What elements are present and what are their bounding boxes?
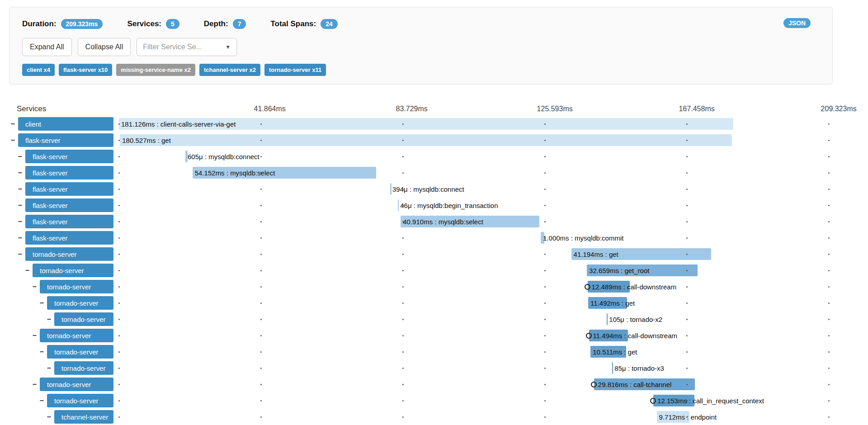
- span-row-left: –tornado-server: [11, 295, 113, 311]
- gridline-dot: [544, 254, 546, 255]
- time-tick-label: 41.864ms: [254, 102, 286, 116]
- collapse-toggle[interactable]: –: [33, 381, 37, 388]
- collapse-toggle[interactable]: –: [18, 169, 22, 176]
- span-label-text: 1.000ms : mysqldb:commit: [543, 234, 623, 242]
- span-row-left: –flask-server: [11, 148, 113, 165]
- gridline-dot: [544, 156, 546, 157]
- caret-down-icon: ▼: [225, 38, 231, 56]
- span-row: –tornado-server11.494ms : call-downstrea…: [11, 327, 864, 344]
- collapse-toggle[interactable]: –: [33, 332, 37, 339]
- gridline-dot: [544, 221, 546, 222]
- span-label-text: 85μ : tornado-x3: [614, 364, 664, 372]
- collapse-toggle[interactable]: –: [40, 299, 44, 307]
- collapse-all-button[interactable]: Collapse All: [78, 38, 131, 56]
- span-row-left: –tornado-server: [11, 262, 113, 279]
- row-track: 11.492ms : get: [113, 295, 864, 311]
- service-name-box[interactable]: tornado-server: [54, 312, 113, 326]
- gridline-dot: [544, 319, 546, 320]
- gridline-dot: [828, 351, 830, 353]
- service-name-box[interactable]: tornado-server: [40, 378, 113, 391]
- gridline-dot: [402, 270, 404, 271]
- stat-label: Total Spans:: [270, 19, 316, 28]
- gridline-dot: [828, 172, 830, 174]
- filter-service-select[interactable]: Filter Service Se... ▼: [137, 38, 237, 56]
- service-name-box[interactable]: flask-server: [25, 198, 113, 212]
- service-name-box[interactable]: flask-server: [25, 150, 113, 163]
- gridline-dot: [828, 205, 830, 206]
- collapse-toggle[interactable]: –: [18, 218, 22, 225]
- gridline-dot: [118, 172, 120, 174]
- collapse-toggle[interactable]: –: [47, 413, 51, 420]
- row-plot: 41.194ms : get: [119, 246, 829, 262]
- service-name-box[interactable]: tornado-server: [47, 394, 113, 407]
- gridline-dot: [118, 189, 120, 190]
- service-name-box[interactable]: flask-server: [25, 166, 113, 179]
- gridline-dot: [544, 384, 546, 385]
- collapse-toggle[interactable]: –: [47, 316, 51, 323]
- span-label-text: 46μ : mysqldb:begin_transaction: [400, 202, 498, 209]
- gridline-dot: [686, 286, 688, 288]
- span-row: –client181.126ms : client-calls-server-v…: [11, 116, 864, 132]
- gridline-dot: [402, 123, 404, 125]
- collapse-toggle[interactable]: –: [18, 234, 22, 241]
- span-label: 105μ : tornado-x2: [607, 311, 662, 327]
- row-track: 85μ : tornado-x3: [113, 360, 864, 376]
- span-label-text: 40.910ms : mysqldb:select: [403, 218, 483, 226]
- span-row-left: –flask-server: [11, 197, 113, 213]
- span-label-text: 9.712ms : endpoint: [659, 413, 717, 421]
- span-row: –tornado-server12.489ms : call-downstrea…: [11, 279, 864, 295]
- service-name-box[interactable]: flask-server: [25, 215, 113, 228]
- span-row: –flask-server605μ : mysqldb:connect: [11, 148, 864, 165]
- service-name-box[interactable]: tornado-server: [25, 247, 113, 261]
- service-name-box[interactable]: client: [18, 117, 113, 131]
- collapse-toggle[interactable]: –: [18, 250, 22, 258]
- service-name-box[interactable]: tornado-server: [40, 329, 113, 342]
- collapse-toggle[interactable]: –: [18, 153, 22, 160]
- span-row-left: –tornado-server: [11, 311, 113, 327]
- service-name-box[interactable]: tornado-server: [47, 345, 113, 359]
- expand-all-button[interactable]: Expand All: [22, 38, 72, 56]
- service-name-box[interactable]: tornado-server: [47, 296, 113, 310]
- row-track: 181.126ms : client-calls-server-via-get: [113, 116, 864, 132]
- row-plot: 46μ : mysqldb:begin_transaction: [119, 197, 829, 213]
- gridline-dot: [828, 416, 830, 418]
- gridline-dot: [260, 156, 262, 157]
- row-track: 10.511ms : get: [113, 344, 864, 360]
- gridline-dot: [260, 302, 262, 304]
- collapse-toggle[interactable]: –: [33, 283, 37, 290]
- span-label: 54.152ms : mysqldb:select: [193, 165, 275, 181]
- service-name-box[interactable]: tornado-server: [54, 361, 113, 375]
- service-name-box[interactable]: flask-server: [18, 133, 113, 147]
- collapse-toggle[interactable]: –: [11, 137, 15, 144]
- row-plot: 40.910ms : mysqldb:select: [119, 213, 829, 230]
- span-label-text: 11.492ms : get: [590, 299, 635, 307]
- collapse-toggle[interactable]: –: [40, 348, 44, 355]
- collapse-toggle[interactable]: –: [18, 202, 22, 209]
- collapse-toggle[interactable]: –: [11, 120, 15, 128]
- span-label: 9.712ms : endpoint: [657, 409, 717, 425]
- span-row-left: –flask-server: [11, 230, 113, 246]
- span-row: –flask-server40.910ms : mysqldb:select: [11, 213, 864, 230]
- gridline-dot: [828, 156, 830, 157]
- trace-timeline: Services 41.864ms83.729ms125.593ms167.45…: [11, 102, 864, 425]
- span-row-left: –flask-server: [11, 181, 113, 197]
- service-name-box[interactable]: tornado-server: [33, 264, 113, 277]
- span-bar[interactable]: [120, 134, 732, 146]
- service-name-box[interactable]: tornado-server: [40, 280, 113, 293]
- collapse-toggle[interactable]: –: [25, 267, 29, 274]
- filter-service-placeholder: Filter Service Se...: [143, 38, 202, 56]
- service-name-box[interactable]: tchannel-server: [54, 410, 113, 424]
- collapse-toggle[interactable]: –: [40, 397, 44, 404]
- collapse-toggle[interactable]: –: [18, 185, 22, 193]
- trace-summary-card: Duration:209.323msServices:5Depth:7Total…: [9, 7, 833, 85]
- service-name-box[interactable]: flask-server: [25, 182, 113, 196]
- gridline-dot: [260, 351, 262, 353]
- row-plot: 85μ : tornado-x3: [119, 360, 829, 376]
- span-label: 10.511ms : get: [590, 344, 637, 360]
- service-name-box[interactable]: flask-server: [25, 231, 113, 245]
- row-plot: 54.152ms : mysqldb:select: [119, 165, 829, 181]
- collapse-toggle[interactable]: –: [47, 364, 51, 372]
- span-label: 11.492ms : get: [588, 295, 635, 311]
- span-label-text: 394μ : mysqldb:connect: [392, 185, 464, 193]
- json-button[interactable]: JSON: [783, 18, 811, 28]
